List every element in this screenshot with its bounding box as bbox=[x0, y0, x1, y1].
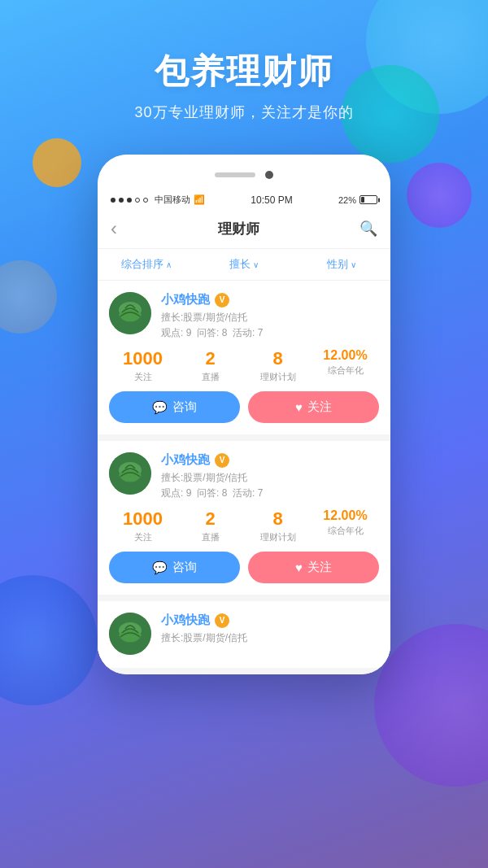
battery-fill bbox=[361, 197, 364, 203]
stat-live-1: 2 直播 bbox=[176, 348, 244, 383]
advisor-info-1: 小鸡快跑 V 擅长:股票/期货/信托 观点: 9 问答: 8 活动: 7 bbox=[161, 292, 379, 340]
stat-yield-value-1: 12.00% bbox=[312, 348, 379, 363]
stat-follow-label-2: 关注 bbox=[109, 531, 176, 543]
advisor-row-1: 小鸡快跑 V 擅长:股票/期货/信托 观点: 9 问答: 8 活动: 7 bbox=[109, 292, 379, 340]
advisor-stats-text-1: 观点: 9 问答: 8 活动: 7 bbox=[161, 326, 379, 340]
stat-yield-2: 12.00% 综合年化 bbox=[312, 508, 379, 543]
advisor-card-1: 小鸡快跑 V 擅长:股票/期货/信托 观点: 9 问答: 8 活动: 7 100… bbox=[98, 281, 390, 434]
stat-plan-1: 8 理财计划 bbox=[244, 348, 312, 383]
status-bar: 中国移动 📶 10:50 PM 22% bbox=[98, 190, 390, 209]
follow-label-2: 关注 bbox=[307, 560, 332, 575]
vip-badge-1: V bbox=[215, 293, 229, 308]
advisor-name-2: 小鸡快跑 bbox=[161, 452, 210, 468]
app-header: ‹ 理财师 🔍 bbox=[98, 209, 390, 249]
stat-follow-value-2: 1000 bbox=[109, 508, 176, 530]
consult-button-2[interactable]: 💬 咨询 bbox=[109, 552, 240, 583]
stats-row-2: 1000 关注 2 直播 8 理财计划 12.00% 综合年化 bbox=[109, 508, 379, 543]
avatar-1 bbox=[109, 292, 151, 334]
filter-specialty-arrow: ∨ bbox=[253, 260, 259, 269]
action-row-1: 💬 咨询 ♥ 关注 bbox=[109, 391, 379, 423]
filter-specialty[interactable]: 擅长 ∨ bbox=[195, 257, 293, 272]
stat-plan-value-2: 8 bbox=[244, 508, 312, 530]
phone-mockup: 中国移动 📶 10:50 PM 22% ‹ 理财师 🔍 综合排序 ∧ bbox=[98, 155, 390, 674]
phone-body: 中国移动 📶 10:50 PM 22% ‹ 理财师 🔍 综合排序 ∧ bbox=[98, 155, 390, 674]
status-time: 10:50 PM bbox=[251, 194, 292, 206]
stat-live-value-1: 2 bbox=[176, 348, 244, 369]
stat-live-2: 2 直播 bbox=[176, 508, 244, 543]
status-left: 中国移动 📶 bbox=[111, 194, 205, 206]
blob-3 bbox=[407, 163, 472, 228]
search-icon[interactable]: 🔍 bbox=[359, 220, 377, 238]
back-button[interactable]: ‹ bbox=[111, 217, 117, 240]
follow-button-2[interactable]: ♥ 关注 bbox=[248, 552, 379, 583]
advisor-row-2: 小鸡快跑 V 擅长:股票/期货/信托 观点: 9 问答: 8 活动: 7 bbox=[109, 452, 379, 500]
advisor-name-row-1: 小鸡快跑 V bbox=[161, 292, 379, 308]
advisor-card-3: 小鸡快跑 V 擅长:股票/期货/信托 bbox=[98, 601, 390, 668]
vip-badge-2: V bbox=[215, 453, 229, 468]
hero-title: 包养理财师 bbox=[0, 49, 488, 94]
stat-yield-label-1: 综合年化 bbox=[312, 364, 379, 377]
stat-live-label-1: 直播 bbox=[176, 371, 244, 383]
page-title: 理财师 bbox=[218, 220, 259, 238]
carrier-name: 中国移动 bbox=[155, 194, 190, 206]
action-row-2: 💬 咨询 ♥ 关注 bbox=[109, 552, 379, 583]
filter-gender[interactable]: 性别 ∨ bbox=[293, 257, 390, 272]
advisor-specialty-2: 擅长:股票/期货/信托 bbox=[161, 471, 379, 485]
filter-gender-arrow: ∨ bbox=[351, 260, 356, 269]
stat-live-value-2: 2 bbox=[176, 508, 244, 530]
filter-gender-label: 性别 bbox=[327, 257, 348, 272]
hero-section: 包养理财师 30万专业理财师，关注才是你的 bbox=[0, 49, 488, 122]
consult-label-1: 咨询 bbox=[172, 399, 197, 415]
stats-row-1: 1000 关注 2 直播 8 理财计划 12.00% 综合年化 bbox=[109, 348, 379, 383]
advisor-specialty-3: 擅长:股票/期货/信托 bbox=[161, 631, 379, 645]
battery-pct: 22% bbox=[338, 195, 356, 205]
filter-comprehensive-label: 综合排序 bbox=[121, 257, 163, 272]
advisor-info-2: 小鸡快跑 V 擅长:股票/期货/信托 观点: 9 问答: 8 活动: 7 bbox=[161, 452, 379, 500]
vip-badge-3: V bbox=[215, 613, 229, 628]
wifi-icon: 📶 bbox=[194, 194, 205, 205]
advisor-specialty-1: 擅长:股票/期货/信托 bbox=[161, 311, 379, 325]
hero-subtitle: 30万专业理财师，关注才是你的 bbox=[0, 103, 488, 122]
advisor-card-2: 小鸡快跑 V 擅长:股票/期货/信托 观点: 9 问答: 8 活动: 7 100… bbox=[98, 441, 390, 595]
follow-label-1: 关注 bbox=[307, 399, 332, 415]
signal-dot-5 bbox=[143, 198, 148, 203]
battery-icon bbox=[359, 195, 377, 204]
signal-dot-3 bbox=[127, 198, 132, 203]
stat-plan-label-1: 理财计划 bbox=[244, 371, 312, 383]
phone-bezel bbox=[98, 155, 390, 190]
advisor-list: 小鸡快跑 V 擅长:股票/期货/信托 观点: 9 问答: 8 活动: 7 100… bbox=[98, 281, 390, 674]
stat-follow-1: 1000 关注 bbox=[109, 348, 176, 383]
signal-dot-4 bbox=[135, 198, 140, 203]
advisor-name-1: 小鸡快跑 bbox=[161, 292, 210, 308]
signal-dot-2 bbox=[119, 198, 124, 203]
avatar-3 bbox=[109, 613, 151, 655]
stat-yield-value-2: 12.00% bbox=[312, 508, 379, 523]
advisor-info-3: 小鸡快跑 V 擅长:股票/期货/信托 bbox=[161, 613, 379, 647]
consult-label-2: 咨询 bbox=[172, 560, 197, 575]
stat-follow-value-1: 1000 bbox=[109, 348, 176, 369]
stat-follow-label-1: 关注 bbox=[109, 371, 176, 383]
heart-icon-1: ♥ bbox=[295, 400, 303, 414]
filter-specialty-label: 擅长 bbox=[229, 257, 251, 272]
stat-plan-label-2: 理财计划 bbox=[244, 531, 312, 543]
stat-live-label-2: 直播 bbox=[176, 531, 244, 543]
advisor-name-3: 小鸡快跑 bbox=[161, 613, 210, 628]
consult-button-1[interactable]: 💬 咨询 bbox=[109, 391, 240, 423]
stat-plan-value-1: 8 bbox=[244, 348, 312, 369]
signal-dot-1 bbox=[111, 198, 115, 203]
stat-yield-label-2: 综合年化 bbox=[312, 525, 379, 537]
status-right: 22% bbox=[338, 195, 377, 205]
filter-bar: 综合排序 ∧ 擅长 ∨ 性别 ∨ bbox=[98, 249, 390, 281]
heart-icon-2: ♥ bbox=[295, 560, 303, 574]
phone-camera bbox=[265, 171, 273, 179]
blob-7 bbox=[0, 575, 98, 705]
chat-icon-2: 💬 bbox=[152, 560, 168, 575]
stat-follow-2: 1000 关注 bbox=[109, 508, 176, 543]
advisor-stats-text-2: 观点: 9 问答: 8 活动: 7 bbox=[161, 486, 379, 500]
follow-button-1[interactable]: ♥ 关注 bbox=[248, 391, 379, 423]
advisor-name-row-2: 小鸡快跑 V bbox=[161, 452, 379, 468]
chat-icon-1: 💬 bbox=[152, 400, 168, 415]
stat-yield-1: 12.00% 综合年化 bbox=[312, 348, 379, 383]
avatar-2 bbox=[109, 452, 151, 495]
filter-comprehensive[interactable]: 综合排序 ∧ bbox=[98, 257, 195, 272]
